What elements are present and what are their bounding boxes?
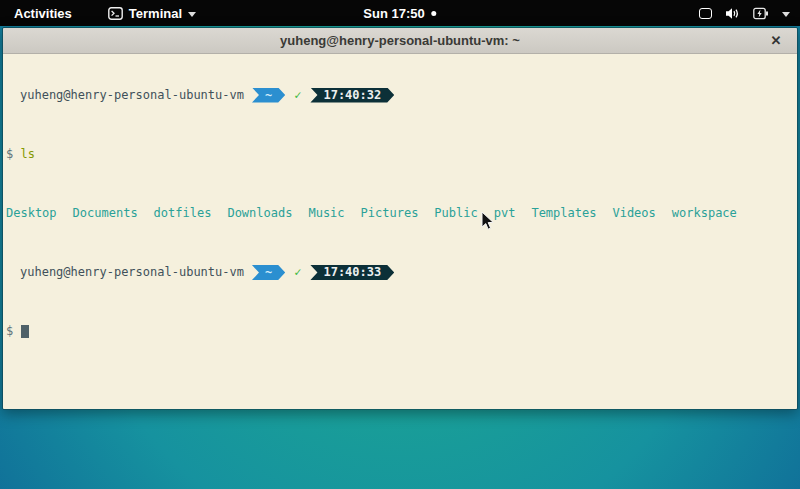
clock-label: Sun 17:50	[363, 6, 424, 21]
prompt-line-1: yuheng@henry-personal-ubuntu-vm ~ ✓ 17:4…	[6, 88, 797, 103]
prompt-line-2: yuheng@henry-personal-ubuntu-vm ~ ✓ 17:4…	[6, 265, 797, 280]
command-line: $ ls	[6, 147, 797, 162]
activities-button[interactable]: Activities	[10, 6, 76, 21]
prompt-path-segment: ~	[252, 265, 285, 280]
top-bar: Activities Terminal Sun 17:50	[0, 0, 800, 26]
directory-name: Downloads	[227, 206, 292, 221]
terminal-window: yuheng@henry-personal-ubuntu-vm: ~ ✕ yuh…	[2, 27, 798, 410]
directory-name: Pictures	[361, 206, 419, 221]
directory-name: pvt	[494, 206, 516, 221]
prompt-time-segment: 17:40:32	[310, 88, 394, 103]
directory-name: Desktop	[6, 206, 57, 221]
prompt-dollar: $	[6, 324, 13, 339]
directory-name: Templates	[531, 206, 596, 221]
directory-name: Public	[434, 206, 477, 221]
system-tray[interactable]	[699, 7, 790, 20]
terminal-cursor	[21, 325, 29, 338]
prompt-dollar: $	[6, 147, 13, 162]
clock-button[interactable]: Sun 17:50	[363, 6, 436, 21]
battery-charging-icon[interactable]	[753, 7, 769, 20]
window-title: yuheng@henry-personal-ubuntu-vm: ~	[280, 33, 520, 48]
directory-name: workspace	[672, 206, 737, 221]
directory-name: Videos	[612, 206, 655, 221]
window-titlebar[interactable]: yuheng@henry-personal-ubuntu-vm: ~ ✕	[3, 28, 797, 54]
notification-dot-icon	[432, 11, 437, 16]
directory-name: Music	[308, 206, 344, 221]
chevron-down-icon	[188, 12, 196, 17]
terminal-screen[interactable]: yuheng@henry-personal-ubuntu-vm ~ ✓ 17:4…	[3, 54, 797, 409]
prompt-check-icon: ✓	[294, 88, 301, 103]
close-button[interactable]: ✕	[767, 32, 785, 50]
app-menu[interactable]: Terminal	[108, 6, 196, 21]
directory-name: Documents	[73, 206, 138, 221]
directory-name: dotfiles	[154, 206, 212, 221]
prompt-path-segment: ~	[252, 88, 285, 103]
ls-output-line: DesktopDocumentsdotfilesDownloadsMusicPi…	[6, 206, 797, 221]
prompt-time-segment: 17:40:33	[310, 265, 394, 280]
network-wired-icon[interactable]	[699, 8, 712, 19]
prompt-check-icon: ✓	[294, 265, 301, 280]
prompt-user: yuheng@henry-personal-ubuntu-vm	[6, 88, 244, 103]
command-text: ls	[20, 147, 34, 162]
volume-icon[interactable]	[725, 7, 740, 20]
chevron-down-icon[interactable]	[782, 12, 790, 17]
prompt-user: yuheng@henry-personal-ubuntu-vm	[6, 265, 244, 280]
app-menu-label: Terminal	[129, 6, 182, 21]
terminal-app-icon	[108, 7, 123, 20]
input-line: $	[6, 324, 797, 339]
